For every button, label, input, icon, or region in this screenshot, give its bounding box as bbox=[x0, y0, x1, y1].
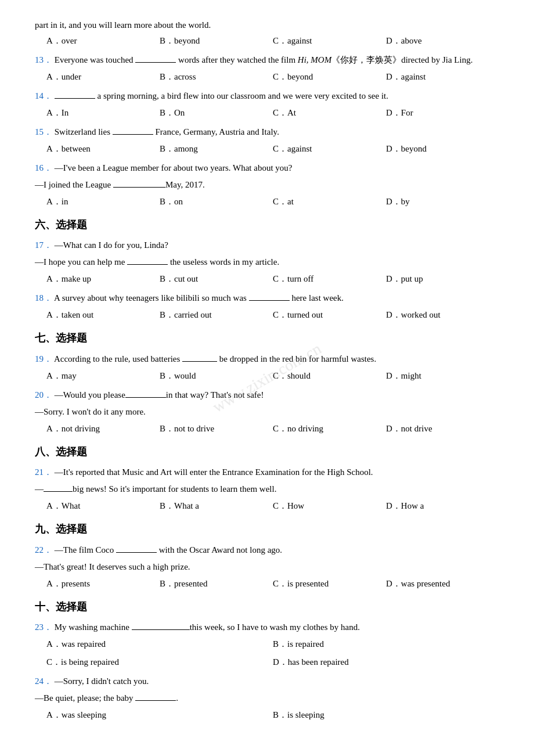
q23-optB: B．is repaired bbox=[273, 636, 499, 652]
question-24: 24． —Sorry, I didn't catch you. —Be quie… bbox=[35, 674, 499, 723]
q21-blank bbox=[44, 491, 73, 492]
q20-optB: B．not to drive bbox=[160, 421, 273, 437]
q17-num: 17． bbox=[35, 240, 52, 250]
question-18: 18． A survey about why teenagers like bi… bbox=[35, 290, 499, 323]
q15-num: 15． bbox=[35, 127, 52, 136]
q15-blank bbox=[113, 134, 153, 135]
q14-optA: A．In bbox=[46, 105, 160, 121]
q22-optA: A．presents bbox=[46, 576, 160, 592]
q16-optA: A．in bbox=[46, 194, 160, 210]
question-16: 16． —I've been a League member for about… bbox=[35, 160, 499, 210]
q23-text: 23． My washing machine this week, so I h… bbox=[35, 620, 499, 635]
q23-options-row1: A．was repaired B．is repaired bbox=[35, 636, 499, 652]
q20-blank bbox=[125, 397, 166, 398]
q16-num: 16． bbox=[35, 163, 52, 172]
q21-optC: C．How bbox=[273, 498, 386, 514]
q23-optD: D．has been repaired bbox=[273, 654, 499, 670]
q22-options: A．presents B．presented C．is presented D．… bbox=[35, 576, 499, 592]
q23-options-row2: C．is being repaired D．has been repaired bbox=[35, 654, 499, 670]
section8-title: 八、选择题 bbox=[35, 442, 499, 461]
q16-text: 16． —I've been a League member for about… bbox=[35, 160, 499, 176]
q21-optA: A．What bbox=[46, 498, 160, 514]
q21-optD: D．How a bbox=[386, 498, 499, 514]
q20-options: A．not driving B．not to drive C．no drivin… bbox=[35, 421, 499, 437]
q22-line1: 22． —The film Coco with the Oscar Award … bbox=[35, 542, 499, 558]
q18-optD: D．worked out bbox=[386, 307, 499, 323]
section9-title: 九、选择题 bbox=[35, 520, 499, 538]
q16-optB: B．on bbox=[160, 194, 273, 210]
question-19: 19． According to the rule, used batterie… bbox=[35, 351, 499, 384]
q15-options: A．between B．among C．against D．beyond bbox=[35, 141, 499, 157]
question-20: 20． —Would you pleasein that way? That's… bbox=[35, 387, 499, 437]
q18-options: A．taken out B．carried out C．turned out D… bbox=[35, 307, 499, 323]
q20-num: 20． bbox=[35, 390, 52, 399]
q21-options: A．What B．What a C．How D．How a bbox=[35, 498, 499, 514]
q13-options: A．under B．across C．beyond D．against bbox=[35, 69, 499, 85]
q15-optB: B．among bbox=[160, 141, 273, 157]
q13-optD: D．against bbox=[386, 69, 499, 85]
q18-num: 18． bbox=[35, 293, 52, 303]
q15-optD: D．beyond bbox=[386, 141, 499, 157]
q17-blank bbox=[127, 264, 168, 265]
q23-optA: A．was repaired bbox=[46, 636, 273, 652]
q24-optB: B．is sleeping bbox=[273, 707, 499, 723]
q16-blank bbox=[113, 187, 165, 188]
q24-options-row1: A．was sleeping B．is sleeping bbox=[35, 707, 499, 723]
q19-blank bbox=[182, 361, 217, 362]
option-B: B．beyond bbox=[160, 33, 273, 49]
q14-text: 14． a spring morning, a bird flew into o… bbox=[35, 88, 499, 104]
section6-title: 六、选择题 bbox=[35, 215, 499, 234]
option-C: C．against bbox=[273, 33, 386, 49]
q17-optB: B．cut out bbox=[160, 271, 273, 287]
q13-optA: A．under bbox=[46, 69, 160, 85]
q19-num: 19． bbox=[35, 354, 52, 363]
q13-film-title: Hi, MOM bbox=[298, 55, 331, 64]
q24-line1: 24． —Sorry, I didn't catch you. bbox=[35, 674, 499, 689]
q20-optD: D．not drive bbox=[386, 421, 499, 437]
q16-optD: D．by bbox=[386, 194, 499, 210]
q16-optC: C．at bbox=[273, 194, 386, 210]
q14-optD: D．For bbox=[386, 105, 499, 121]
option-D: D．above bbox=[386, 33, 499, 49]
question-21: 21． —It's reported that Music and Art wi… bbox=[35, 465, 499, 514]
q20-optA: A．not driving bbox=[46, 421, 160, 437]
q13-text: 13． Everyone was touched words after the… bbox=[35, 52, 499, 68]
question-15: 15． Switzerland lies France, Germany, Au… bbox=[35, 124, 499, 157]
q22-blank bbox=[116, 552, 157, 553]
q23-blank bbox=[132, 629, 190, 630]
section7-title: 七、选择题 bbox=[35, 329, 499, 347]
q21-line1: 21． —It's reported that Music and Art wi… bbox=[35, 465, 499, 480]
q18-optA: A．taken out bbox=[46, 307, 160, 323]
question-17: 17． —What can I do for you, Linda? —I ho… bbox=[35, 237, 499, 287]
q23-num: 23． bbox=[35, 622, 52, 632]
q14-optB: B．On bbox=[160, 105, 273, 121]
q22-optB: B．presented bbox=[160, 576, 273, 592]
q19-options: A．may B．would C．should D．might bbox=[35, 368, 499, 384]
q18-blank bbox=[249, 300, 290, 301]
q22-line2: —That's great! It deserves such a high p… bbox=[35, 559, 499, 575]
q21-line2: —big news! So it's important for student… bbox=[35, 481, 499, 497]
q17-optD: D．put up bbox=[386, 271, 499, 287]
q15-optA: A．between bbox=[46, 141, 160, 157]
question-22: 22． —The film Coco with the Oscar Award … bbox=[35, 542, 499, 592]
q19-text: 19． According to the rule, used batterie… bbox=[35, 351, 499, 367]
q18-text: 18． A survey about why teenagers like bi… bbox=[35, 290, 499, 306]
q13-optC: C．beyond bbox=[273, 69, 386, 85]
option-A: A．over bbox=[46, 33, 160, 49]
q17-optC: C．turn off bbox=[273, 271, 386, 287]
q24-blank bbox=[135, 700, 176, 701]
q21-num: 21． bbox=[35, 467, 52, 477]
intro-text: part in it, and you will learn more abou… bbox=[35, 17, 499, 33]
question-23: 23． My washing machine this week, so I h… bbox=[35, 620, 499, 670]
q22-num: 22． bbox=[35, 545, 52, 555]
q14-optC: C．At bbox=[273, 105, 386, 121]
q19-optA: A．may bbox=[46, 368, 160, 384]
q13-num: 13． bbox=[35, 55, 52, 64]
q14-num: 14． bbox=[35, 91, 52, 100]
intro-options: A．over B．beyond C．against D．above bbox=[35, 33, 499, 49]
q14-options: A．In B．On C．At D．For bbox=[35, 105, 499, 121]
q20-line2: —Sorry. I won't do it any more. bbox=[35, 404, 499, 420]
q17-optA: A．make up bbox=[46, 271, 160, 287]
q24-optA: A．was sleeping bbox=[46, 707, 273, 723]
q17-options: A．make up B．cut out C．turn off D．put up bbox=[35, 271, 499, 287]
